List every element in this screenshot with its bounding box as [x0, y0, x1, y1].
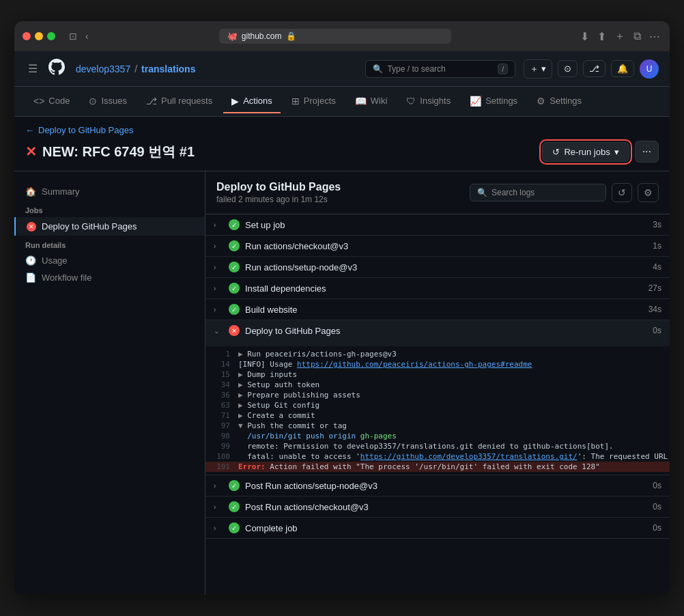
refresh-log-button[interactable]: ↺ [612, 183, 632, 202]
search-placeholder-text: Search logs [491, 188, 535, 197]
tabs-button[interactable]: ⧉ [632, 29, 642, 44]
step-deploy-header[interactable]: ⌄ ✕ Deploy to GitHub Pages 0s [205, 320, 670, 341]
new-tab-button[interactable]: ＋ [613, 28, 627, 45]
minimize-button[interactable] [35, 32, 43, 40]
log-line[interactable]: 100 fatal: unable to access 'https://git… [205, 451, 670, 462]
close-button[interactable] [23, 32, 31, 40]
lock-icon: 🔒 [286, 31, 296, 41]
tab-settings[interactable]: ⚙ Settings [528, 90, 590, 113]
log-subtitle: failed 2 minutes ago in 1m 12s [216, 195, 341, 204]
step-success-icon: ✓ [229, 501, 240, 512]
step-build-website[interactable]: › ✓ Build website 34s [205, 299, 670, 320]
fullscreen-button[interactable] [47, 32, 55, 40]
step-complete-job[interactable]: › ✓ Complete job 0s [205, 518, 670, 539]
expand-icon: › [214, 524, 223, 532]
sidebar-job-deploy[interactable]: ✕ Deploy to GitHub Pages [14, 217, 205, 236]
share-button[interactable]: ⬆ [596, 29, 608, 44]
step-post-checkout[interactable]: › ✓ Post Run actions/checkout@v3 0s [205, 496, 670, 518]
log-line[interactable]: 1 ▶ Run peaceiris/actions-gh-pages@v3 [205, 349, 670, 359]
download-button[interactable]: ⬇ [579, 29, 590, 44]
search-bar[interactable]: 🔍 Type / to search / [365, 60, 515, 78]
log-line[interactable]: 36 ▶ Prepare publishing assets [205, 390, 670, 400]
back-button[interactable]: ‹ [83, 29, 91, 43]
action-header: ← Deploy to GitHub Pages ✕ NEW: RFC 6749… [14, 117, 670, 171]
expand-icon: › [214, 306, 223, 313]
tab-wiki[interactable]: 📖 Wiki [347, 90, 396, 113]
log-line[interactable]: 15 ▶ Dump inputs [205, 369, 670, 380]
log-line[interactable]: 98 /usr/bin/git push origin gh-pages [205, 431, 670, 441]
log-line[interactable]: 99 remote: Permission to develop3357/tra… [205, 441, 670, 451]
titlebar: ⊡ ‹ 🐙 github.com 🔒 ⬇ ⬆ ＋ ⧉ ⋯ [14, 21, 670, 51]
expand-icon: › [214, 221, 223, 229]
breadcrumb: develop3357 / translations [76, 64, 195, 74]
log-line[interactable]: 71 ▶ Create a commit [205, 410, 670, 421]
avatar[interactable]: U [640, 59, 659, 79]
log-settings-button[interactable]: ⚙ [638, 183, 659, 202]
expand-icon: › [214, 503, 223, 511]
log-line[interactable]: 34 ▶ Setup auth token [205, 380, 670, 390]
tab-insights[interactable]: 📈 Settings [461, 90, 526, 113]
wiki-icon: 📖 [355, 96, 367, 107]
step-checkout[interactable]: › ✓ Run actions/checkout@v3 1s [205, 236, 670, 257]
step-success-icon: ✓ [229, 262, 240, 272]
log-title-section: Deploy to GitHub Pages failed 2 minutes … [216, 181, 341, 204]
tab-issues[interactable]: ⊙ Issues [81, 90, 135, 113]
log-line[interactable]: 97 ▼ Push the commit or tag [205, 421, 670, 431]
file-icon: 📄 [25, 272, 36, 283]
gh-logo [48, 59, 65, 79]
clock-icon: 🕐 [25, 255, 36, 266]
re-run-jobs-button[interactable]: ↺ Re-run jobs ▾ [542, 142, 629, 162]
step-setup-node[interactable]: › ✓ Run actions/setup-node@v3 4s [205, 257, 670, 278]
search-shortcut: / [498, 64, 508, 74]
main-content: 🏠 Summary Jobs ✕ Deploy to GitHub Pages … [14, 171, 670, 595]
jobs-section-label: Jobs [14, 201, 205, 217]
collapse-icon: ⌄ [214, 327, 223, 335]
tab-security[interactable]: 🛡 Insights [398, 90, 459, 113]
hamburger-menu[interactable]: ☰ [25, 59, 40, 78]
log-line[interactable]: 63 ▶ Setup Git config [205, 400, 670, 410]
traffic-lights [23, 32, 55, 40]
pull-requests-button[interactable]: ⎇ [583, 60, 605, 77]
ellipsis-button[interactable]: ⋯ [648, 29, 661, 44]
tab-pull-requests[interactable]: ⎇ Pull requests [138, 90, 220, 113]
step-set-up-job[interactable]: › ✓ Set up job 3s [205, 214, 670, 236]
step-success-icon: ✓ [229, 304, 240, 315]
sidebar-item-summary[interactable]: 🏠 Summary [14, 182, 205, 201]
step-success-icon: ✓ [229, 522, 240, 533]
refresh-icon: ↺ [552, 147, 560, 157]
actions-gh-pages-link[interactable]: https://github.com/peaceiris/actions-gh-… [297, 360, 532, 369]
run-details-section-label: Run details [14, 236, 205, 252]
back-to-workflow[interactable]: ← Deploy to GitHub Pages [25, 125, 659, 135]
step-install-dependencies[interactable]: › ✓ Install dependencies 27s [205, 278, 670, 299]
tab-code[interactable]: <> Code [25, 90, 78, 113]
pr-icon: ⎇ [146, 96, 157, 107]
sidebar-item-usage[interactable]: 🕐 Usage [14, 252, 205, 269]
log-search-input[interactable]: 🔍 Search logs [470, 184, 606, 201]
gh-navbar: ☰ develop3357 / translations 🔍 Type / to… [14, 51, 670, 87]
tab-projects[interactable]: ⊞ Projects [283, 90, 344, 113]
more-options-button[interactable]: ··· [635, 141, 659, 163]
search-icon: 🔍 [373, 64, 383, 74]
home-icon: 🏠 [25, 186, 36, 197]
tab-actions[interactable]: ▶ Actions [223, 90, 281, 113]
notifications-button[interactable]: 🔔 [611, 60, 634, 77]
step-fail-icon: ✕ [229, 325, 240, 336]
insights-icon: 📈 [470, 96, 481, 107]
sidebar-toggle-button[interactable]: ⊡ [66, 29, 80, 43]
log-line-error[interactable]: 101 Error: Action failed with "The proce… [205, 462, 670, 472]
address-bar: 🐙 github.com 🔒 [97, 29, 573, 44]
step-success-icon: ✓ [229, 283, 240, 294]
repo-url-link[interactable]: https://github.com/develop3357/translati… [360, 452, 578, 461]
step-post-setup-node[interactable]: › ✓ Post Run actions/setup-node@v3 0s [205, 475, 670, 496]
log-line[interactable]: 14 [INFO] Usage https://github.com/peace… [205, 359, 670, 369]
new-item-button[interactable]: ＋ ▾ [524, 59, 552, 79]
breadcrumb-repo[interactable]: translations [141, 64, 195, 74]
search-placeholder: Type / to search [387, 64, 445, 74]
sidebar-item-workflow-file[interactable]: 📄 Workflow file [14, 269, 205, 286]
main-window: ⊡ ‹ 🐙 github.com 🔒 ⬇ ⬆ ＋ ⧉ ⋯ ☰ develop33… [14, 21, 670, 595]
issues-button[interactable]: ⊙ [558, 60, 578, 77]
url-display[interactable]: 🐙 github.com 🔒 [219, 29, 451, 44]
log-search-bar: 🔍 Search logs ↺ ⚙ [470, 183, 659, 202]
breadcrumb-owner[interactable]: develop3357 [76, 64, 130, 74]
step-success-icon: ✓ [229, 240, 240, 251]
